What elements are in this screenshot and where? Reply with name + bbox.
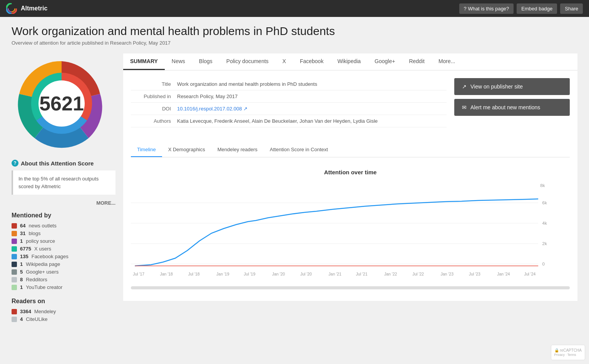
svg-text:Jul '21: Jul '21 xyxy=(356,272,368,276)
main-tab[interactable]: SUMMARY xyxy=(123,53,165,70)
mention-color-dot xyxy=(12,239,17,244)
mention-row: 1 Wikipedia page xyxy=(12,261,115,267)
reader-row: 3364 Mendeley xyxy=(12,309,115,314)
mention-row: 5 Google+ users xyxy=(12,269,115,275)
mention-count: 8 xyxy=(20,277,23,282)
main-layout: 5621 ? About this Attention Score In the… xyxy=(12,53,577,324)
attention-score: 5621 xyxy=(39,92,84,115)
view-publisher-label: View on publisher site xyxy=(470,83,523,90)
about-score-header: ? About this Attention Score xyxy=(12,160,115,167)
svg-text:Jul '20: Jul '20 xyxy=(300,272,312,276)
mention-color-dot xyxy=(12,223,17,229)
mention-count: 5 xyxy=(20,269,23,275)
attention-chart-svg: 0 2k 4k 6k 8k Jul '17 J xyxy=(131,183,554,283)
sub-tab[interactable]: X Demographics xyxy=(162,143,211,157)
attention-line xyxy=(135,199,538,266)
mention-label: Google+ users xyxy=(26,269,59,275)
embed-badge-button[interactable]: Embed badge xyxy=(517,3,557,14)
mention-color-dot xyxy=(12,277,17,282)
mention-label: Facebook pages xyxy=(32,254,69,259)
mention-row: 64 news outlets xyxy=(12,223,115,229)
main-tab[interactable]: Policy documents xyxy=(219,53,276,70)
mention-row: 135 Facebook pages xyxy=(12,254,115,259)
reader-count: 4 xyxy=(20,316,23,322)
svg-text:Jul '24: Jul '24 xyxy=(524,272,535,276)
info-value: Work organization and mental health prob… xyxy=(177,81,317,87)
svg-text:Jan '19: Jan '19 xyxy=(216,272,229,276)
about-score-icon[interactable]: ? xyxy=(12,160,18,167)
svg-text:Jan '21: Jan '21 xyxy=(328,272,341,276)
share-button[interactable]: Share xyxy=(560,3,583,14)
sub-tab[interactable]: Timeline xyxy=(131,143,162,157)
svg-text:Jul '22: Jul '22 xyxy=(412,272,424,276)
header: Altmetric ? What is this page? Embed bad… xyxy=(0,0,589,17)
content-panel: Title Work organization and mental healt… xyxy=(123,70,577,301)
header-actions: ? What is this page? Embed badge Share xyxy=(459,3,583,14)
main-tabs: SUMMARYNewsBlogsPolicy documentsXFaceboo… xyxy=(123,53,577,70)
info-value: Katia Levecque, Frederik Anseel, Alain D… xyxy=(177,118,378,124)
page-wrapper: Work organization and mental health prob… xyxy=(0,17,589,332)
about-score-label: About this Attention Score xyxy=(21,160,94,167)
main-tab[interactable]: Reddit xyxy=(402,53,431,70)
mention-row: 8 Redditors xyxy=(12,277,115,282)
mention-color-dot xyxy=(12,254,17,259)
mention-label: Wikipedia page xyxy=(26,261,60,267)
mention-label: Redditors xyxy=(26,277,47,282)
svg-text:Jan '23: Jan '23 xyxy=(441,272,454,276)
mentioned-by-list: 64 news outlets 31 blogs 1 policy source… xyxy=(12,223,115,290)
page-title: Work organization and mental health prob… xyxy=(12,25,577,38)
score-description: In the top 5% of all research outputs sc… xyxy=(12,170,115,195)
what-is-this-button[interactable]: ? What is this page? xyxy=(459,3,514,14)
attention-donut-chart: 5621 xyxy=(12,53,112,154)
action-buttons: ↗ View on publisher site ✉ Alert me abou… xyxy=(454,78,570,127)
svg-text:4k: 4k xyxy=(542,221,547,225)
info-label: DOI xyxy=(131,106,177,112)
more-link[interactable]: MORE... xyxy=(12,200,115,206)
view-publisher-button[interactable]: ↗ View on publisher site xyxy=(454,78,570,95)
readers-list: 3364 Mendeley 4 CiteULike xyxy=(12,309,115,322)
main-tab[interactable]: Wikipedia xyxy=(330,53,368,70)
main-tab[interactable]: Blogs xyxy=(192,53,219,70)
mention-label: YouTube creator xyxy=(26,284,62,290)
article-info-row: DOI 10.1016/j.respol.2017.02.008 ↗ xyxy=(131,103,447,115)
main-tab[interactable]: X xyxy=(276,53,293,70)
reader-label: CiteULike xyxy=(26,316,47,322)
mention-count: 64 xyxy=(20,223,25,229)
main-tab[interactable]: Facebook xyxy=(293,53,330,70)
mention-row: 1 YouTube creator xyxy=(12,284,115,290)
right-column: SUMMARYNewsBlogsPolicy documentsXFaceboo… xyxy=(123,53,577,324)
article-info: Title Work organization and mental healt… xyxy=(131,78,447,127)
info-value: Research Policy, May 2017 xyxy=(177,94,238,99)
mentioned-by-title: Mentioned by xyxy=(12,212,115,219)
doi-link[interactable]: 10.1016/j.respol.2017.02.008 ↗ xyxy=(177,106,248,112)
sub-tab[interactable]: Mendeley readers xyxy=(211,143,264,157)
header-left: Altmetric xyxy=(6,3,47,14)
main-tab[interactable]: Google+ xyxy=(368,53,402,70)
mention-label: X users xyxy=(34,246,51,252)
svg-text:Jul '18: Jul '18 xyxy=(188,272,200,276)
mention-count: 31 xyxy=(20,230,25,236)
altmetric-logo-icon xyxy=(6,3,17,14)
mention-count: 1 xyxy=(20,284,23,290)
chart-area: Attention over time 0 2k 4k 6 xyxy=(131,165,570,293)
article-info-row: Title Work organization and mental healt… xyxy=(131,78,447,90)
svg-text:Jan '24: Jan '24 xyxy=(497,272,510,276)
mention-label: news outlets xyxy=(28,223,56,229)
main-tab[interactable]: More... xyxy=(432,53,462,70)
info-label: Authors xyxy=(131,118,177,124)
article-info-row: Authors Katia Levecque, Frederik Anseel,… xyxy=(131,115,447,127)
mention-color-dot xyxy=(12,269,17,275)
reader-color-dot xyxy=(12,309,17,314)
alert-mentions-button[interactable]: ✉ Alert me about new mentions xyxy=(454,99,570,116)
alert-mentions-label: Alert me about new mentions xyxy=(470,104,540,110)
chart-scrollbar[interactable] xyxy=(131,286,570,289)
donut-center: 5621 xyxy=(39,92,84,115)
sub-tab[interactable]: Attention Score in Context xyxy=(264,143,334,157)
info-value[interactable]: 10.1016/j.respol.2017.02.008 ↗ xyxy=(177,106,248,112)
reader-label: Mendeley xyxy=(34,309,56,314)
main-tab[interactable]: News xyxy=(165,53,192,70)
mention-label: blogs xyxy=(28,230,40,236)
mention-count: 1 xyxy=(20,261,23,267)
svg-text:Jan '20: Jan '20 xyxy=(272,272,285,276)
svg-text:Jul '23: Jul '23 xyxy=(469,272,480,276)
